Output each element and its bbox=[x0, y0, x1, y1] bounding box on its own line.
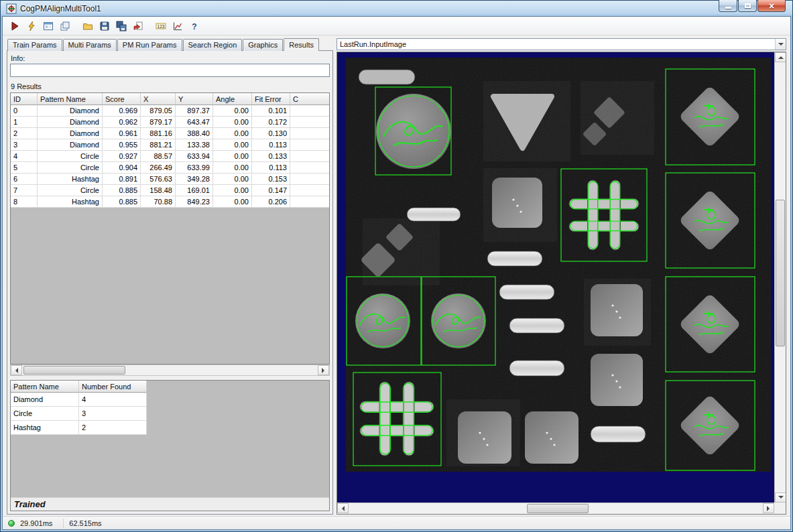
result-cell[interactable]: 0.885 bbox=[103, 185, 141, 196]
result-cell[interactable]: 169.01 bbox=[176, 185, 213, 196]
tab-multi-params[interactable]: Multi Params bbox=[63, 39, 117, 51]
result-cell[interactable]: 881.16 bbox=[141, 128, 176, 139]
result-cell[interactable]: 0.904 bbox=[103, 162, 141, 174]
minimize-button[interactable] bbox=[719, 0, 737, 12]
result-cell[interactable]: Diamond bbox=[38, 117, 103, 128]
result-cell[interactable]: 643.47 bbox=[176, 117, 213, 128]
results-hscrollbar[interactable] bbox=[10, 364, 330, 376]
result-cell[interactable]: 8 bbox=[11, 196, 38, 208]
result-row[interactable]: 2Diamond0.961881.16388.400.000.130 bbox=[11, 128, 330, 139]
scroll-left-button[interactable] bbox=[337, 503, 349, 513]
result-cell[interactable]: 0 bbox=[11, 105, 38, 117]
result-cell[interactable]: 266.49 bbox=[141, 162, 176, 174]
result-cell[interactable]: 0.891 bbox=[103, 174, 141, 185]
open-file-button[interactable] bbox=[80, 18, 96, 34]
result-cell[interactable]: 70.88 bbox=[141, 196, 176, 208]
result-row[interactable]: 7Circle0.885158.48169.010.000.147 bbox=[11, 185, 330, 196]
help-button[interactable]: ? bbox=[186, 18, 202, 34]
results-column-header[interactable]: Score bbox=[103, 93, 141, 105]
summary-pattern-cell[interactable]: Diamond bbox=[11, 393, 79, 407]
import-tool-button[interactable] bbox=[130, 18, 146, 34]
combo-dropdown-button[interactable] bbox=[775, 39, 786, 50]
tab-pm-run-params[interactable]: PM Run Params bbox=[117, 39, 182, 51]
scroll-thumb[interactable] bbox=[776, 200, 785, 346]
results-column-header[interactable]: Fit Error bbox=[252, 93, 290, 105]
result-cell[interactable]: Diamond bbox=[38, 139, 103, 151]
save-file-button[interactable] bbox=[97, 18, 113, 34]
summary-row[interactable]: Hashtag2 bbox=[11, 421, 147, 435]
result-cell[interactable]: Circle bbox=[38, 162, 103, 174]
show-result-display-button[interactable] bbox=[40, 18, 56, 34]
image-vscrollbar[interactable] bbox=[774, 52, 786, 503]
result-cell[interactable]: 0.172 bbox=[252, 117, 290, 128]
result-cell[interactable]: Circle bbox=[38, 151, 103, 162]
results-column-header[interactable]: ID bbox=[11, 93, 38, 105]
maximize-button[interactable] bbox=[738, 0, 757, 12]
result-cell[interactable]: 0.961 bbox=[103, 128, 141, 139]
result-cell[interactable]: 0.969 bbox=[103, 105, 141, 117]
result-cell[interactable]: 897.37 bbox=[176, 105, 213, 117]
titlebar[interactable]: CogPMAlignMultiTool1 × bbox=[2, 0, 791, 16]
summary-count-cell[interactable]: 2 bbox=[79, 421, 147, 435]
result-cell[interactable]: 0.962 bbox=[103, 117, 141, 128]
close-button[interactable]: × bbox=[757, 0, 786, 12]
result-cell[interactable]: 158.48 bbox=[141, 185, 176, 196]
float-window-button[interactable] bbox=[57, 18, 73, 34]
result-cell[interactable]: 0.133 bbox=[252, 151, 290, 162]
result-cell[interactable]: 879.17 bbox=[141, 117, 176, 128]
summary-row[interactable]: Diamond4 bbox=[11, 393, 147, 407]
result-cell[interactable]: 849.23 bbox=[176, 196, 213, 208]
result-cell[interactable]: 2 bbox=[11, 128, 38, 139]
results-column-header[interactable]: Pattern Name bbox=[38, 93, 103, 105]
results-column-header[interactable]: Angle bbox=[213, 93, 252, 105]
summary-pattern-cell[interactable]: Circle bbox=[11, 407, 79, 421]
result-cell[interactable]: 4 bbox=[11, 151, 38, 162]
result-cell[interactable]: Diamond bbox=[38, 105, 103, 117]
result-cell[interactable]: 0.00 bbox=[213, 117, 252, 128]
scroll-track[interactable] bbox=[22, 365, 318, 375]
run-button[interactable] bbox=[7, 18, 23, 34]
tab-results[interactable]: Results bbox=[284, 38, 319, 51]
result-row[interactable]: 4Circle0.92788.57633.940.000.133 bbox=[11, 151, 330, 162]
summary-count-cell[interactable]: 3 bbox=[79, 407, 147, 421]
result-cell[interactable]: 633.99 bbox=[176, 162, 213, 174]
scroll-thumb[interactable] bbox=[527, 504, 589, 513]
image-viewport[interactable] bbox=[337, 52, 786, 515]
result-cell[interactable]: 7 bbox=[11, 185, 38, 196]
result-row[interactable]: 6Hashtag0.891576.63349.280.000.153 bbox=[11, 174, 330, 185]
result-cell[interactable]: 388.40 bbox=[176, 128, 213, 139]
result-row[interactable]: 1Diamond0.962879.17643.470.000.172 bbox=[11, 117, 330, 128]
tab-graphics[interactable]: Graphics bbox=[243, 39, 283, 51]
summary-row[interactable]: Circle3 bbox=[11, 407, 147, 421]
tab-search-region[interactable]: Search Region bbox=[183, 39, 243, 51]
scroll-right-button[interactable] bbox=[763, 503, 774, 513]
result-cell[interactable]: 1 bbox=[11, 117, 38, 128]
result-cell[interactable]: 0.00 bbox=[213, 151, 252, 162]
result-cell[interactable]: 0.00 bbox=[213, 196, 252, 208]
result-row[interactable]: 5Circle0.904266.49633.990.000.113 bbox=[11, 162, 330, 174]
save-all-button[interactable] bbox=[113, 18, 129, 34]
result-cell[interactable]: 0.00 bbox=[213, 185, 252, 196]
result-cell[interactable]: 88.57 bbox=[141, 151, 176, 162]
result-cell[interactable]: 3 bbox=[11, 139, 38, 151]
result-cell[interactable]: 0.153 bbox=[252, 174, 290, 185]
scroll-right-button[interactable] bbox=[318, 365, 329, 375]
image-hscrollbar[interactable] bbox=[337, 503, 774, 514]
scroll-track[interactable] bbox=[349, 503, 763, 514]
result-cell[interactable]: 0.130 bbox=[252, 128, 290, 139]
result-row[interactable]: 8Hashtag0.88570.88849.230.000.206 bbox=[11, 196, 330, 208]
scroll-left-button[interactable] bbox=[11, 365, 22, 375]
scroll-track[interactable] bbox=[775, 62, 786, 492]
result-cell[interactable]: 576.63 bbox=[141, 174, 176, 185]
result-cell[interactable]: 881.21 bbox=[141, 139, 176, 151]
result-cell[interactable]: 879.05 bbox=[141, 105, 176, 117]
result-cell[interactable]: 0.113 bbox=[252, 162, 290, 174]
info-field[interactable] bbox=[10, 64, 330, 77]
scroll-thumb[interactable] bbox=[23, 366, 125, 375]
scroll-down-button[interactable] bbox=[775, 492, 786, 503]
numeric-format-button[interactable]: 123 bbox=[153, 18, 169, 34]
summary-pattern-cell[interactable]: Hashtag bbox=[11, 421, 79, 435]
result-cell[interactable]: 0.147 bbox=[252, 185, 290, 196]
input-image-display[interactable] bbox=[346, 58, 771, 472]
electric-run-button[interactable] bbox=[23, 18, 40, 34]
